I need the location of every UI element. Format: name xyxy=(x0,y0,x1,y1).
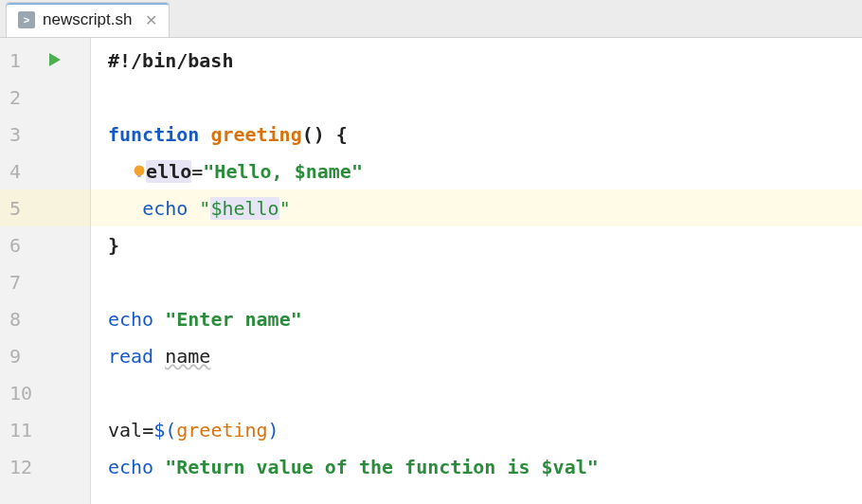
gutter-line[interactable]: 12 xyxy=(0,448,90,485)
string-var: $hello xyxy=(210,197,278,220)
gutter-line[interactable]: 9 xyxy=(0,337,90,374)
tab-bar: > newscript.sh ✕ xyxy=(0,0,862,38)
line-number: 5 xyxy=(9,197,38,220)
shebang: #!/bin/bash xyxy=(108,49,233,72)
keyword: read xyxy=(108,345,153,368)
code-line[interactable]: function greeting() { xyxy=(91,116,862,153)
string-body: Return value of the function is xyxy=(176,456,541,478)
string-quote: " xyxy=(199,197,210,220)
close-icon[interactable]: ✕ xyxy=(139,11,157,29)
gutter-line[interactable]: 4 xyxy=(0,153,90,189)
line-number: 8 xyxy=(9,308,38,331)
string-quote: " xyxy=(279,197,291,220)
code-line[interactable]: echo "Enter name" xyxy=(91,300,862,337)
line-number: 2 xyxy=(9,86,38,109)
brace: } xyxy=(108,234,119,257)
gutter-line[interactable]: 8 xyxy=(0,300,90,337)
code-line[interactable]: } xyxy=(91,226,862,263)
string-quote: " xyxy=(351,160,363,183)
line-number: 3 xyxy=(9,123,38,146)
dollar-open: $( xyxy=(153,419,176,441)
indent xyxy=(108,160,131,183)
gutter-line[interactable]: 1 xyxy=(0,42,90,79)
gutter: 1 2 3 4 5 6 7 8 9 10 11 12 xyxy=(0,38,91,504)
gutter-line[interactable]: 11 xyxy=(0,411,90,448)
editor-root: > newscript.sh ✕ 1 2 3 4 5 6 7 8 9 10 11… xyxy=(0,0,862,504)
var-part: ello xyxy=(146,160,191,183)
line-number: 6 xyxy=(9,234,38,257)
svg-rect-2 xyxy=(137,175,141,177)
string-quote: " xyxy=(587,456,599,478)
sp xyxy=(188,197,199,220)
keyword: echo xyxy=(142,197,188,220)
code-line[interactable]: #!/bin/bash xyxy=(91,42,862,79)
eq: = xyxy=(191,160,203,183)
gutter-line[interactable]: 2 xyxy=(0,79,90,116)
indent xyxy=(108,197,142,220)
string-body: Hello, xyxy=(214,160,294,183)
line-number: 10 xyxy=(9,382,38,405)
tab-label: newscript.sh xyxy=(43,10,132,29)
code-line[interactable] xyxy=(91,79,862,116)
editor: 1 2 3 4 5 6 7 8 9 10 11 12 #!/bin/bash f xyxy=(0,38,862,504)
line-number: 12 xyxy=(9,456,38,478)
code-line[interactable]: read name xyxy=(91,337,862,374)
code-line[interactable]: echo "Return value of the function is $v… xyxy=(91,448,862,485)
eq: = xyxy=(142,419,153,441)
line-number: 4 xyxy=(9,160,38,183)
svg-point-1 xyxy=(135,165,145,175)
code-line[interactable] xyxy=(91,374,862,411)
code-line[interactable]: echo "$hello" xyxy=(91,189,862,226)
keyword: echo xyxy=(108,308,153,331)
shell-file-icon: > xyxy=(18,11,35,28)
function-call: greeting xyxy=(176,419,267,441)
line-number: 7 xyxy=(9,271,38,294)
svg-marker-0 xyxy=(49,53,61,66)
brace: { xyxy=(325,123,348,146)
keyword: function xyxy=(108,123,199,146)
code-area[interactable]: #!/bin/bash function greeting() { ello="… xyxy=(91,38,862,504)
identifier: val xyxy=(108,419,142,441)
gutter-line[interactable]: 3 xyxy=(0,116,90,153)
paren: () xyxy=(302,123,325,146)
dollar-close: ) xyxy=(268,419,279,441)
tab-newscript[interactable]: > newscript.sh ✕ xyxy=(6,2,170,37)
string: "Enter name" xyxy=(165,308,302,331)
gutter-line[interactable]: 7 xyxy=(0,263,90,300)
gutter-line[interactable]: 5 xyxy=(0,189,90,226)
sp xyxy=(153,308,165,331)
string-var: $name xyxy=(295,160,351,183)
string-quote: " xyxy=(165,456,176,478)
shell-file-icon-glyph: > xyxy=(24,14,29,26)
gutter-line[interactable]: 10 xyxy=(0,374,90,411)
code-line[interactable] xyxy=(91,263,862,300)
code-line[interactable]: ello="Hello, $name" xyxy=(91,153,862,189)
keyword: echo xyxy=(108,456,153,478)
string-var: $val xyxy=(542,456,587,478)
line-number: 1 xyxy=(9,49,38,72)
run-icon[interactable] xyxy=(47,49,63,72)
gutter-line[interactable]: 6 xyxy=(0,226,90,263)
code-line[interactable]: val=$(greeting) xyxy=(91,411,862,448)
sp xyxy=(153,345,165,368)
identifier: name xyxy=(165,345,210,368)
line-number: 9 xyxy=(9,345,38,368)
function-name: greeting xyxy=(210,123,301,146)
line-number: 11 xyxy=(9,419,38,441)
string-quote: " xyxy=(203,160,214,183)
sp xyxy=(153,456,165,478)
